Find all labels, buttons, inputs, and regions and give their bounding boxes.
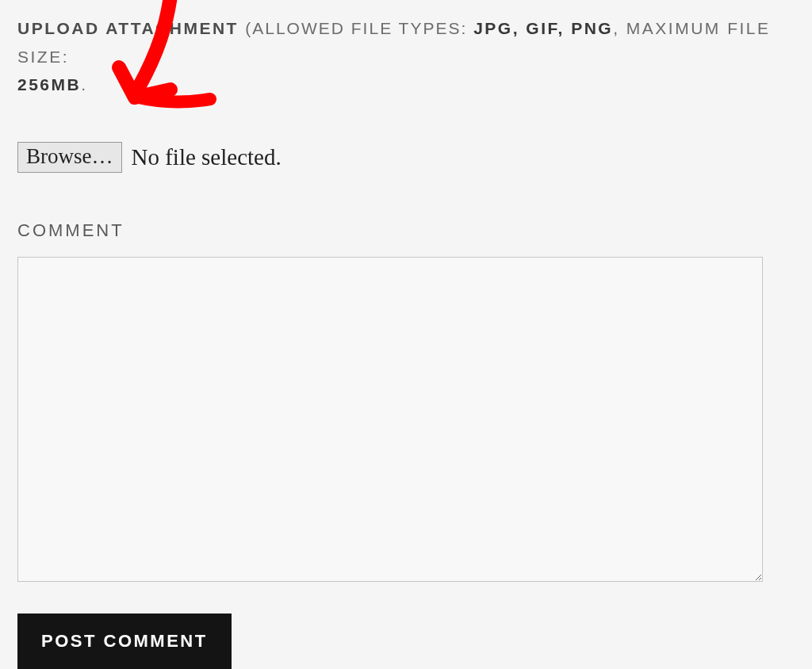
allowed-types: JPG, GIF, PNG	[473, 19, 613, 37]
upload-label: UPLOAD ATTACHMENT	[17, 19, 239, 37]
post-comment-button[interactable]: POST COMMENT	[17, 614, 232, 669]
file-selected-status: No file selected.	[132, 144, 282, 170]
max-size-value: 256MB	[17, 75, 81, 94]
upload-attachment-heading: UPLOAD ATTACHMENT (ALLOWED FILE TYPES: J…	[17, 14, 795, 99]
file-picker-row: Browse… No file selected.	[17, 142, 795, 173]
browse-button[interactable]: Browse…	[17, 142, 122, 173]
comment-textarea[interactable]	[17, 257, 763, 582]
allowed-types-prefix: (ALLOWED FILE TYPES:	[245, 19, 473, 37]
max-size-suffix: .	[81, 75, 87, 94]
comment-label: COMMENT	[17, 220, 795, 241]
